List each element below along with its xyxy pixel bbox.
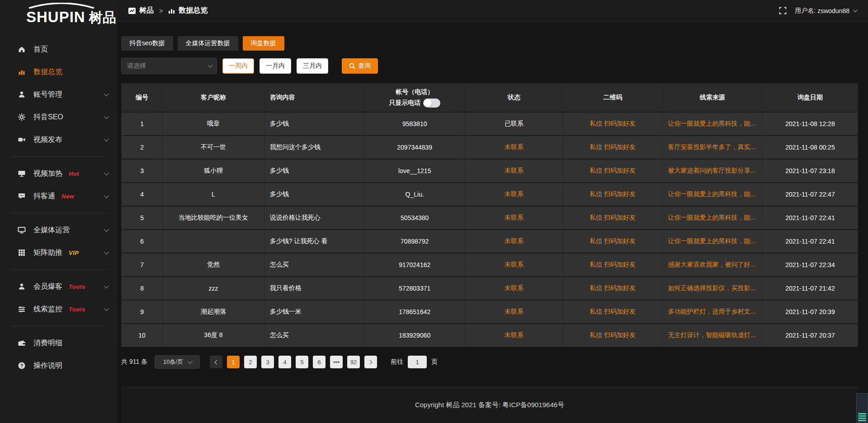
period-month-button[interactable]: 一月内 <box>259 58 291 74</box>
tab-douyin-seo-data[interactable]: 抖音seo数据 <box>121 36 173 51</box>
sidebar-item-home[interactable]: 首页 <box>0 38 118 61</box>
chevron-down-icon <box>104 114 109 119</box>
sidebar-item-video-publish[interactable]: 视频发布 <box>0 128 118 151</box>
corner-widget[interactable] <box>856 393 868 423</box>
sidebar-item-label: 数据总览 <box>33 67 62 77</box>
cell-source-link[interactable]: 感谢大家喜欢我家，被问了好... <box>663 254 763 276</box>
cell-qrcode-link[interactable]: 私信 扫码加好友 <box>563 183 663 206</box>
cell-content: 多少钱 <box>264 160 364 182</box>
goto-suffix: 页 <box>431 358 438 366</box>
goto-page-input[interactable] <box>408 356 427 368</box>
tab-inquiry-data[interactable]: 询盘数据 <box>243 36 284 51</box>
sidebar-item-omnimedia-operation[interactable]: 全媒体运营 <box>0 219 118 241</box>
user-menu[interactable]: 用户名: zswodun88 <box>795 7 856 15</box>
chevron-down-icon <box>104 283 109 288</box>
sidebar-item-operation-guide[interactable]: ? 操作说明 <box>0 354 118 377</box>
cell-qrcode-link[interactable]: 私信 扫码加好友 <box>563 301 663 323</box>
cell-source-link[interactable]: 被大家追着问的客厅投影分享... <box>663 160 763 182</box>
page-button[interactable]: 92 <box>347 356 360 368</box>
sidebar-item-lead-monitoring[interactable]: 线索监控 Tools <box>0 298 118 320</box>
cell-qrcode-link[interactable]: 私信 扫码加好友 <box>563 136 663 159</box>
cell-source-link[interactable]: 让你一眼就爱上的黑科技，能... <box>663 230 763 253</box>
chevron-left-icon <box>215 360 219 364</box>
page-button[interactable]: 4 <box>278 356 291 368</box>
sidebar-item-douyin-seo[interactable]: 抖音SEO <box>0 106 118 128</box>
query-button-label: 查询 <box>358 62 371 70</box>
column-header-status: 状态 <box>465 84 563 112</box>
breadcrumb-app[interactable]: 树品 <box>139 6 154 15</box>
cell-status: 未联系 <box>465 207 563 229</box>
tab-omnimedia-data[interactable]: 全媒体运营数据 <box>178 36 238 51</box>
cell-account: 183929060 <box>364 324 465 347</box>
cell-source-link[interactable]: 如何正确选择投影仪，买投影... <box>663 277 763 300</box>
sidebar-item-data-overview[interactable]: 数据总览 <box>0 61 118 83</box>
cell-source-link[interactable]: 无主灯设计，智能磁吸轨道灯... <box>663 324 763 347</box>
gear-icon <box>17 113 26 122</box>
page-button[interactable]: 1 <box>227 356 240 368</box>
cell-id: 4 <box>122 183 163 206</box>
cell-nickname: 36度 8 <box>163 324 264 347</box>
chat-icon <box>17 192 26 201</box>
logo-text-en: SHUPIN <box>26 9 85 26</box>
chevron-down-icon <box>853 8 858 12</box>
table-row: 3 狐小狸 多少钱 love__1215 未联系 私信 扫码加好友 被大家追着问… <box>122 159 858 182</box>
sidebar-item-label: 全媒体运营 <box>33 226 70 235</box>
chevron-down-icon <box>208 62 212 67</box>
sidebar-item-label: 消费明细 <box>33 338 62 348</box>
new-badge: New <box>61 193 74 200</box>
chevron-down-icon <box>104 227 109 232</box>
cell-account: 9583810 <box>364 113 465 135</box>
cell-qrcode-link[interactable]: 私信 扫码加好友 <box>563 230 663 253</box>
phone-toggle-label: 只显示电话 <box>389 99 420 107</box>
sidebar-item-member-leads[interactable]: 会员爆客 Tools <box>0 275 118 298</box>
cell-qrcode-link[interactable]: 私信 扫码加好友 <box>563 160 663 182</box>
page-button[interactable]: 6 <box>313 356 326 368</box>
fullscreen-icon[interactable] <box>779 7 787 14</box>
query-button[interactable]: 查询 <box>342 58 378 74</box>
cell-nickname: 觉然 <box>163 254 264 276</box>
cell-status: 未联系 <box>465 301 563 323</box>
page-chart-icon <box>168 8 175 14</box>
svg-text:?: ? <box>20 363 24 368</box>
sidebar-item-consumption-details[interactable]: 消费明细 <box>0 332 118 354</box>
cell-qrcode-link[interactable]: 私信 扫码加好友 <box>563 277 663 300</box>
cell-qrcode-link[interactable]: 私信 扫码加好友 <box>563 207 663 229</box>
page-button[interactable]: 3 <box>261 356 274 368</box>
filter-select[interactable]: 请选择 <box>121 58 217 74</box>
cell-source-link[interactable]: 让你一眼就爱上的黑科技，能... <box>663 113 763 135</box>
copyright-text: Copyright 树品 2021 备案号: 粤ICP备09019646号 <box>415 401 564 409</box>
cell-source-link[interactable]: 多功能护栏灯，适用于乡村文... <box>663 301 763 323</box>
sidebar-item-account-management[interactable]: 账号管理 <box>0 83 118 106</box>
sidebar-item-video-heating[interactable]: 视频加热 Hot <box>0 162 118 185</box>
next-page-button[interactable] <box>364 356 377 368</box>
cell-qrcode-link[interactable]: 私信 扫码加好友 <box>563 254 663 276</box>
column-header-nickname: 客户昵称 <box>163 84 264 112</box>
cell-source-link[interactable]: 客厅安装投影半年多了，真实... <box>663 136 763 159</box>
help-icon: ? <box>17 361 26 370</box>
inquiry-table: 编号 客户昵称 咨询内容 帐号（电话） 只显示电话 状态 二维码 线索来源 询盘… <box>121 83 858 347</box>
cell-qrcode-link[interactable]: 私信 扫码加好友 <box>563 113 663 135</box>
period-quarter-button[interactable]: 三月内 <box>297 58 328 74</box>
column-header-id: 编号 <box>122 84 163 112</box>
page-size-select[interactable]: 10条/页 <box>155 355 200 369</box>
sliders-icon <box>17 305 26 314</box>
period-week-button[interactable]: 一周内 <box>222 58 254 74</box>
cell-content: 我只看价格 <box>264 277 364 300</box>
cell-source-link[interactable]: 让你一眼就爱上的黑科技，能... <box>663 183 763 206</box>
sidebar-item-doukertong[interactable]: 抖客通 New <box>0 185 118 207</box>
page-button[interactable]: 2 <box>244 356 257 368</box>
page-button[interactable]: 5 <box>296 356 308 368</box>
cell-source-link[interactable]: 让你一眼就爱上的黑科技，能... <box>663 207 763 229</box>
phone-only-toggle[interactable] <box>423 99 440 108</box>
logo-text-cn: 树品 <box>89 9 116 27</box>
more-pages-button[interactable]: ••• <box>330 356 343 368</box>
table-row: 7 觉然 怎么买 917024162 未联系 私信 扫码加好友 感谢大家喜欢我家… <box>122 253 858 276</box>
cell-account: 2097344839 <box>364 136 465 159</box>
cell-qrcode-link[interactable]: 私信 扫码加好友 <box>563 324 663 347</box>
sidebar-item-matrix-boost[interactable]: 矩阵助推 VIP <box>0 241 118 264</box>
prev-page-button[interactable] <box>210 356 222 368</box>
cell-date: 2021-11-07 23:18 <box>763 160 858 182</box>
cell-id: 3 <box>122 160 163 182</box>
sidebar-divider <box>11 326 107 326</box>
table-header-row: 编号 客户昵称 咨询内容 帐号（电话） 只显示电话 状态 二维码 线索来源 询盘… <box>122 84 858 112</box>
